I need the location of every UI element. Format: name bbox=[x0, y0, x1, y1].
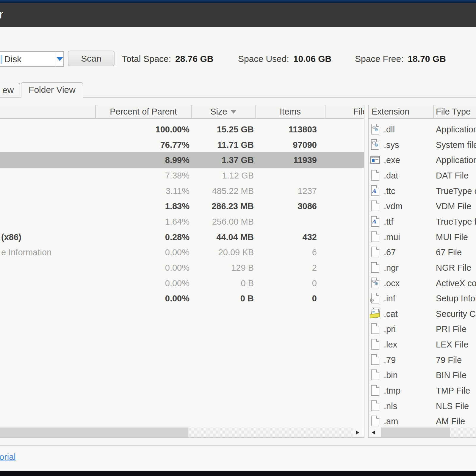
dropdown-divider bbox=[55, 52, 55, 66]
folder-row[interactable]: 3.11%485.22 MB1237 bbox=[0, 183, 364, 199]
extension-row[interactable]: .catSecurity Ca bbox=[369, 306, 476, 322]
cell-file-type: TMP File bbox=[436, 383, 470, 398]
extension-row[interactable]: .vdmVDM File bbox=[369, 198, 476, 214]
extension-row[interactable]: .6767 File bbox=[369, 245, 476, 260]
cell-size: 15.25 GB bbox=[192, 122, 254, 137]
cell-pct: 76.77% bbox=[96, 137, 190, 153]
cell-pct: 0.00% bbox=[96, 245, 190, 260]
cell-extension: .lex bbox=[384, 337, 397, 352]
cell-file-type: 79 File bbox=[436, 352, 462, 368]
extension-row[interactable]: ⚙⚙.dllApplication bbox=[369, 122, 476, 137]
chevron-down-icon[interactable] bbox=[57, 57, 63, 61]
cell-pct: 1.64% bbox=[96, 214, 190, 229]
extension-row[interactable]: .muiMUI File bbox=[369, 229, 476, 245]
doc-icon bbox=[370, 369, 381, 381]
space-used-stat: Space Used:10.06 GB bbox=[238, 54, 331, 64]
space-free-stat: Space Free:18.70 GB bbox=[355, 54, 446, 64]
arrow-left-icon bbox=[372, 430, 375, 435]
cell-size: 1.12 GB bbox=[192, 168, 254, 183]
doc-icon bbox=[370, 400, 381, 412]
cell-pct: 0.00% bbox=[96, 275, 190, 291]
space-free-value: 18.70 GB bbox=[408, 54, 446, 64]
cell-pct: 8.99% bbox=[96, 152, 190, 168]
extension-table-hscrollbar[interactable] bbox=[369, 428, 476, 438]
extension-row[interactable]: .exeApplication bbox=[369, 152, 476, 168]
scrollbar-thumb[interactable] bbox=[381, 428, 450, 438]
window-title-bar: r bbox=[0, 3, 476, 27]
folder-row[interactable]: (x86)0.28%44.04 MB432 bbox=[0, 229, 364, 245]
cell-name: (x86) bbox=[1, 229, 21, 245]
disk-selector-value: Disk bbox=[4, 54, 21, 64]
extension-row[interactable]: .ngrNGR File bbox=[369, 260, 476, 275]
folder-row[interactable]: 1.83%286.23 MB3086 bbox=[0, 198, 364, 214]
folder-table-rows: 100.00%15.25 GB11380376.77%11.71 GB97090… bbox=[0, 105, 364, 437]
doc-icon bbox=[370, 323, 381, 335]
extension-row[interactable]: ⚙⚙.ocxActiveX cor bbox=[369, 275, 476, 291]
folder-view-panel: Percent of Parent Size Items File 100.00… bbox=[0, 105, 364, 438]
folder-row[interactable]: 7.38%1.12 GB bbox=[0, 168, 364, 183]
extension-row[interactable]: .7979 File bbox=[369, 352, 476, 368]
extension-row[interactable]: .lexLEX File bbox=[369, 337, 476, 352]
extension-row[interactable]: .amAM File bbox=[369, 414, 476, 429]
folder-row[interactable]: 0.00%129 B2 bbox=[0, 260, 364, 275]
folder-table-hscrollbar[interactable] bbox=[0, 428, 363, 438]
cell-size: 0 B bbox=[192, 275, 254, 291]
gear-doc-icon: ⚙⚙ bbox=[370, 123, 381, 136]
extension-row[interactable]: .priPRI File bbox=[369, 321, 476, 337]
extension-row[interactable]: .binBIN File bbox=[369, 367, 476, 383]
extension-table-rows: ⚙⚙.dllApplication⚙⚙.sysSystem file.exeAp… bbox=[369, 105, 476, 437]
extension-row[interactable]: .tmpTMP File bbox=[369, 383, 476, 398]
cell-file-type: TrueType c bbox=[436, 183, 476, 199]
extensions-panel: Extension File Type ⚙⚙.dllApplication⚙⚙.… bbox=[368, 105, 476, 438]
scrollbar-track[interactable] bbox=[450, 428, 476, 438]
cell-items: 432 bbox=[256, 229, 317, 245]
extension-row[interactable]: .nlsNLS File bbox=[369, 398, 476, 414]
extension-row[interactable]: A.ttfTrueType f bbox=[369, 214, 476, 229]
font-doc-icon: A bbox=[370, 215, 381, 228]
cell-items: 6 bbox=[256, 245, 317, 260]
disk-selector[interactable]: Disk bbox=[0, 51, 64, 67]
cell-file-type: NGR File bbox=[436, 260, 471, 275]
folder-row[interactable]: 0.00%0 B0 bbox=[0, 291, 364, 306]
cell-file-type: BIN File bbox=[436, 367, 466, 383]
folder-row[interactable]: 100.00%15.25 GB113803 bbox=[0, 122, 364, 137]
cell-file-type: DAT File bbox=[436, 168, 469, 183]
cell-file-type: LEX File bbox=[436, 337, 469, 352]
app-window-icon bbox=[370, 154, 381, 166]
scroll-left-button[interactable] bbox=[369, 428, 379, 438]
extension-row[interactable]: ⚙.infSetup Infor bbox=[369, 291, 476, 306]
folder-row[interactable]: 76.77%11.71 GB97090 bbox=[0, 137, 364, 153]
cell-file-type: TrueType f bbox=[436, 214, 476, 229]
cell-items: 0 bbox=[256, 291, 317, 306]
folder-row-selected[interactable]: 8.99%1.37 GB11939 bbox=[0, 152, 364, 168]
cell-size: 485.22 MB bbox=[192, 183, 254, 199]
tutorial-link-fragment[interactable]: orial bbox=[0, 452, 16, 462]
cell-extension: .exe bbox=[384, 152, 400, 168]
disk-icon bbox=[1, 55, 2, 64]
cell-items: 113803 bbox=[256, 122, 317, 137]
cell-extension: .cat bbox=[384, 306, 398, 322]
cell-pct: 0.28% bbox=[96, 229, 190, 245]
extension-row[interactable]: .datDAT File bbox=[369, 168, 476, 183]
cell-extension: .am bbox=[384, 414, 398, 429]
folder-row[interactable]: 0.00%0 B0 bbox=[0, 275, 364, 291]
extension-row[interactable]: A.ttcTrueType c bbox=[369, 183, 476, 199]
font-doc-icon: A bbox=[370, 185, 381, 197]
doc-icon bbox=[370, 262, 381, 274]
cell-extension: .ttf bbox=[384, 214, 393, 229]
scroll-right-button[interactable] bbox=[353, 428, 363, 438]
cell-items: 97090 bbox=[256, 137, 317, 153]
window-title-fragment: r bbox=[0, 8, 3, 21]
cell-size: 129 B bbox=[192, 260, 254, 275]
cell-file-type: Security Ca bbox=[436, 306, 476, 322]
folder-row[interactable]: e Information0.00%20.09 KB6 bbox=[0, 245, 364, 260]
scan-button[interactable]: Scan bbox=[68, 51, 115, 66]
folder-row[interactable]: 1.64%256.00 MB bbox=[0, 214, 364, 229]
extension-row[interactable]: ⚙⚙.sysSystem file bbox=[369, 137, 476, 153]
window-top-strip bbox=[0, 0, 476, 3]
total-space-label: Total Space: bbox=[122, 54, 171, 64]
cell-pct: 0.00% bbox=[96, 260, 190, 275]
tab-left-truncated[interactable]: ew bbox=[0, 83, 20, 97]
tab-folder-view[interactable]: Folder View bbox=[21, 82, 83, 98]
scrollbar-thumb[interactable] bbox=[0, 428, 188, 438]
